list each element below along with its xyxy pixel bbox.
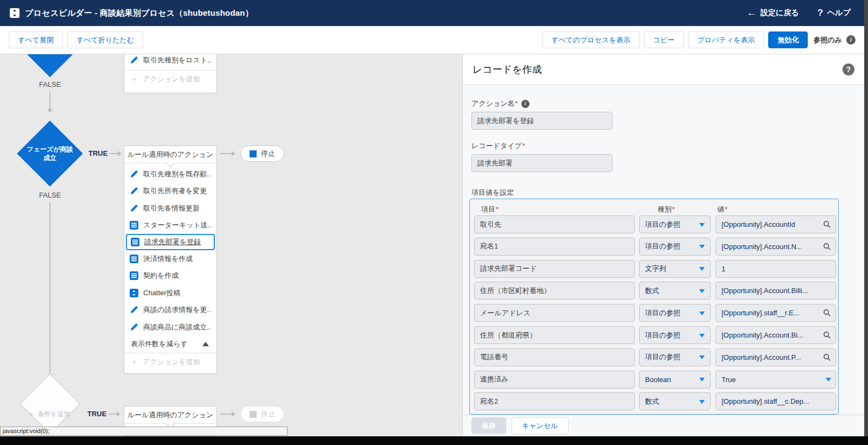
action-item-selected[interactable]: 請求先部署を登録 [126,234,215,250]
action-item-label: 商談の請求情報を更... [143,305,211,315]
pencil-icon [130,306,138,314]
toolbar: すべて展開 すべて折りたたむ すべてのプロセスを表示 コピー プロパティを表示 … [0,26,864,54]
pencil-icon [130,187,138,195]
type-select: Boolean [639,371,711,389]
collapse-all-button[interactable]: すべて折りたたむ [67,31,143,48]
action-item-label: 取引先種別を既存顧... [143,169,211,179]
rule-actions-header: ルール適用時のアクション [124,146,216,163]
false-label-top: FALSE [39,80,61,88]
stop-node-disabled: 停止 [240,406,284,422]
action-item[interactable]: 商談商品に商談成立... [124,319,216,336]
value-field: [Opportunity].AccountId [716,215,836,233]
add-criteria-node [19,373,80,434]
show-less-button[interactable]: 表示件数を減らす [124,336,216,353]
chevron-down-icon [699,355,705,362]
field-value-row: 住所（都道府県）項目の参照[Opportunity].Account.Bi... [470,326,838,344]
action-item[interactable]: 取引先所有者を変更 [124,183,216,200]
process-builder-icon [10,8,20,18]
record-icon [130,255,138,263]
back-arrow-icon: ← [747,8,756,18]
action-item[interactable]: 契約を作成 [124,268,216,285]
flow-arrow [220,153,234,154]
readonly-badge: 参照のみ [813,35,842,45]
plus-icon: ＋ [131,74,138,84]
action-item[interactable]: 取引先種別を既存顧... [124,166,216,183]
type-select: 項目の参照 [639,304,711,322]
process-canvas: FALSE 取引先種別をロスト... ＋ アクションを追加 フェーズが商談 成立… [0,54,462,436]
search-icon [823,220,831,228]
type-select: 項目の参照 [639,238,711,256]
record-type-input: 請求先部署 [471,154,612,172]
back-to-setup-link[interactable]: ← 設定に戻る [747,8,799,18]
chevron-down-icon [699,400,705,406]
help-link[interactable]: ? ヘルプ [818,8,851,18]
panel-header: レコードを作成 ? [463,54,864,85]
action-item[interactable]: 取引先種別をロスト... [124,54,216,70]
chevron-down-icon [699,378,705,384]
chevron-down-icon [826,378,831,384]
false-label-mid: FALSE [39,191,61,199]
field-value-row: メールアドレス項目の参照[Opportunity].staff__r.E... [470,304,838,322]
pencil-icon [130,323,138,332]
view-properties-button[interactable]: プロパティを表示 [688,31,764,48]
pencil-icon [130,170,138,179]
action-item[interactable]: Chatter投稿 [124,284,216,302]
field-value-row: 宛名2数式[Opportunity].staff__c.Dep... [470,392,838,410]
type-select: 項目の参照 [639,215,711,233]
value-field: [Opportunity].Account.Bi... [716,326,836,344]
field-name-input: 請求先部署コード [474,260,635,278]
field-value-row: 連携済みBooleanTrue [470,371,838,389]
add-criteria-label: ＋ 条件を追加 [28,410,70,419]
flow-arrow [49,202,50,377]
window-bottom-edge [0,436,868,445]
process-builder-app: プロセスビルダー - 商談結果別プロセス（shubetushodan） ← 設定… [0,0,868,445]
field-name-input: 住所（市区町村番地） [474,282,635,300]
chevron-down-icon [699,289,705,296]
field-name-input: メールアドレス [474,304,635,322]
copy-button[interactable]: コピー [644,31,684,48]
action-item-label: 取引先所有者を変更 [143,186,207,196]
window-right-edge [864,0,868,445]
expand-all-button[interactable]: すべて展開 [9,31,63,48]
add-action-disabled: ＋ アクションを追加 [124,70,216,88]
rule-actions-box: ルール適用時のアクション 取引先種別を既存顧...取引先所有者を変更取引先各情報… [124,145,217,374]
field-name-input: 住所（都道府県） [474,326,635,344]
action-item-label: 契約を作成 [143,271,178,281]
column-header-value: 値* [717,205,727,214]
flow-arrow [108,414,119,415]
value-field: [Opportunity].Account.P... [716,348,836,366]
readonly-info-icon[interactable]: i [846,35,856,44]
action-item[interactable]: 取引先各情報更新 [124,200,216,217]
column-header-type: 種別* [658,205,675,214]
record-icon [130,221,138,230]
action-item-label: 商談商品に商談成立... [143,322,211,332]
action-item[interactable]: 商談の請求情報を更... [124,302,216,319]
chevron-down-icon [699,312,705,318]
chevron-down-icon [699,223,705,230]
stop-icon [250,150,257,157]
field-value-row: 電話番号項目の参照[Opportunity].Account.P... [470,348,838,366]
chevron-down-icon [699,334,705,340]
action-item[interactable]: 決済情報を作成 [124,250,216,268]
panel-help-icon[interactable]: ? [843,63,854,75]
flow-arrow [110,153,120,154]
action-name-input: 請求先部署を登録 [471,112,612,130]
type-select: 文字列 [639,260,711,278]
action-name-info-icon[interactable]: i [521,100,529,108]
flow-arrow [49,91,50,112]
view-all-processes-button[interactable]: すべてのプロセスを表示 [542,31,640,48]
help-icon: ? [818,8,823,18]
plus-icon: ＋ [131,357,138,367]
chatter-icon [130,289,138,297]
chevron-down-icon [699,267,705,274]
search-icon [823,353,831,361]
action-item[interactable]: スターターキット送... [124,217,216,234]
action-item-label: 決済情報を作成 [143,254,193,264]
cancel-button[interactable]: キャンセル [512,417,569,434]
value-field: 1 [716,260,836,278]
deactivate-button[interactable]: 無効化 [768,31,808,48]
criteria-node-top[interactable] [16,54,84,77]
type-select: 数式 [639,392,711,410]
page-title: プロセスビルダー - 商談結果別プロセス（shubetushodan） [25,8,253,18]
true-label-bottom: TRUE [87,410,106,418]
